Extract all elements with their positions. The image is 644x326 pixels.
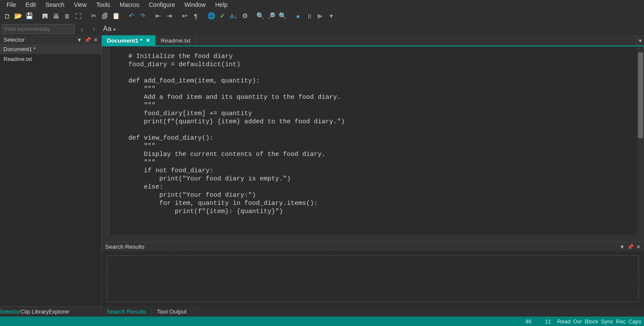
- copy-icon[interactable]: 🗐: [100, 11, 110, 21]
- document-list-item[interactable]: Readme.txt: [0, 54, 101, 64]
- status-flag-read[interactable]: Read: [557, 318, 571, 325]
- menu-tools[interactable]: Tools: [91, 0, 115, 9]
- menu-macros[interactable]: Macros: [115, 0, 144, 9]
- sort-icon[interactable]: A↓: [228, 11, 239, 21]
- search-results-panel: Search Results ▼ 📌 ✕: [102, 242, 644, 306]
- selector-title: Selector: [3, 37, 25, 43]
- redo-icon[interactable]: ↷: [137, 11, 148, 21]
- horizontal-scrollbar[interactable]: [102, 235, 644, 242]
- web-icon[interactable]: 🌐: [206, 11, 216, 21]
- panel-dropdown-icon[interactable]: ▼: [620, 244, 625, 250]
- find-bar: ↓ ↑ Aa ▾: [0, 22, 644, 35]
- left-bottom-tabs: SelectorClip LibraryExplorer: [0, 306, 101, 317]
- stop-icon[interactable]: ⏸: [304, 11, 314, 21]
- status-flags: ReadOvrBlockSyncRecCaps: [557, 318, 641, 325]
- code-editor[interactable]: # Initialize the food diary food_diary =…: [102, 46, 644, 235]
- editor-tab-bar: Document1 *✕Readme.txt▾: [102, 35, 644, 46]
- menu-configure[interactable]: Configure: [144, 0, 180, 9]
- status-flag-sync[interactable]: Sync: [601, 318, 614, 325]
- vertical-scrollbar[interactable]: [637, 46, 644, 235]
- menu-window[interactable]: Window: [179, 0, 210, 9]
- menu-edit[interactable]: Edit: [21, 0, 41, 9]
- play-icon[interactable]: ▶: [315, 11, 325, 21]
- match-case-button[interactable]: Aa ▾: [101, 25, 117, 33]
- open-file-icon[interactable]: 📂: [13, 11, 23, 21]
- selector-header: Selector ▼ 📌 ✕: [0, 35, 101, 44]
- editor-tab[interactable]: Document1 *✕: [102, 35, 156, 46]
- save-all-icon[interactable]: 🖪: [39, 11, 50, 21]
- left-tab-explorer[interactable]: Explorer: [49, 308, 69, 315]
- spell-icon[interactable]: ✔: [217, 11, 228, 21]
- left-tab-selector[interactable]: Selector: [0, 308, 21, 315]
- main-toolbar: 🗋📂💾🖪🖶🗏⛶✂🗐📋↶↷⇤⇥↩¶🌐✔A↓⚙🔍🔎🔍●⏸▶▾: [0, 9, 644, 22]
- pilcrow-icon[interactable]: ¶: [191, 11, 201, 21]
- status-flag-ovr[interactable]: Ovr: [573, 318, 582, 325]
- menu-file[interactable]: File: [2, 0, 21, 9]
- panel-close-icon[interactable]: ✕: [94, 37, 98, 43]
- status-flag-rec[interactable]: Rec: [616, 318, 626, 325]
- document-list-item[interactable]: Document1 *: [0, 44, 101, 54]
- config-icon[interactable]: ⚙: [240, 11, 250, 21]
- selector-panel: Selector ▼ 📌 ✕ Document1 *Readme.txt Sel…: [0, 35, 102, 317]
- wrap-icon[interactable]: ↩: [179, 11, 190, 21]
- scrollbar-thumb[interactable]: [638, 52, 643, 138]
- tab-overflow-icon[interactable]: ▾: [636, 35, 644, 46]
- outdent-icon[interactable]: ⇤: [153, 11, 163, 21]
- output-tab-search-results[interactable]: Search Results: [102, 307, 152, 316]
- document-list: Document1 *Readme.txt: [0, 44, 101, 306]
- panel-pin-icon[interactable]: 📌: [85, 37, 91, 43]
- output-tab-tool-output[interactable]: Tool Output: [152, 307, 192, 316]
- undo-icon[interactable]: ↶: [126, 11, 137, 21]
- panel-pin-icon[interactable]: 📌: [627, 244, 634, 250]
- bottom-output-tabs: Search ResultsTool Output: [102, 306, 644, 317]
- find-next-down-icon[interactable]: ↓: [77, 24, 87, 34]
- paste-icon[interactable]: 📋: [111, 11, 121, 21]
- code-area[interactable]: # Initialize the food diary food_diary =…: [109, 46, 637, 235]
- print-preview-icon[interactable]: 🗏: [62, 11, 72, 21]
- tab-close-icon[interactable]: ✕: [146, 37, 150, 43]
- find-input[interactable]: [2, 24, 75, 34]
- fullscreen-icon[interactable]: ⛶: [73, 11, 83, 21]
- menu-search[interactable]: Search: [41, 0, 69, 9]
- editor-gutter: [102, 46, 109, 235]
- menu-help[interactable]: Help: [210, 0, 232, 9]
- panel-close-icon[interactable]: ✕: [636, 244, 641, 250]
- print-icon[interactable]: 🖶: [51, 11, 61, 21]
- search-results-title: Search Results: [105, 244, 145, 250]
- status-flag-caps[interactable]: Caps: [629, 318, 641, 325]
- search-results-body[interactable]: [107, 256, 639, 302]
- editor-tab-label: Document1 *: [107, 37, 143, 44]
- find-files-icon[interactable]: 🔍: [277, 11, 288, 21]
- left-tab-clip-library[interactable]: Clip Library: [21, 308, 49, 315]
- find-prev-up-icon[interactable]: ↑: [89, 24, 99, 34]
- status-flag-block[interactable]: Block: [585, 318, 598, 325]
- dropdown-icon[interactable]: ▾: [326, 11, 337, 21]
- status-col: 11: [538, 318, 551, 325]
- menu-view[interactable]: View: [69, 0, 91, 9]
- menu-bar: FileEditSearchViewToolsMacrosConfigureWi…: [0, 0, 644, 9]
- find-icon[interactable]: 🔍: [255, 11, 265, 21]
- cut-icon[interactable]: ✂: [88, 11, 99, 21]
- editor-tab[interactable]: Readme.txt: [156, 35, 196, 46]
- indent-icon[interactable]: ⇥: [164, 11, 174, 21]
- panel-dropdown-icon[interactable]: ▼: [77, 37, 82, 43]
- save-icon[interactable]: 💾: [24, 11, 34, 21]
- status-line: 46: [518, 318, 532, 325]
- record-icon[interactable]: ●: [293, 11, 303, 21]
- editor-tab-label: Readme.txt: [161, 37, 191, 44]
- find-next-icon[interactable]: 🔎: [266, 11, 276, 21]
- status-bar: 46 11 ReadOvrBlockSyncRecCaps: [0, 317, 644, 326]
- new-file-icon[interactable]: 🗋: [2, 11, 12, 21]
